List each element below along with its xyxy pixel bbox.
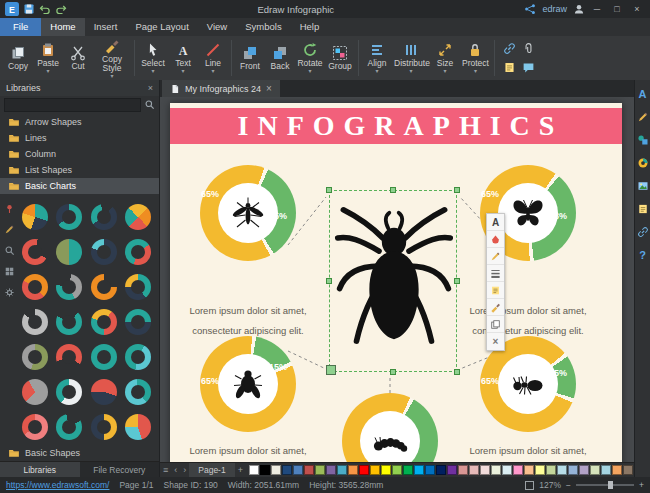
chart-shape-thumbnail[interactable] [22,379,48,405]
donut-chart-top-left[interactable]: 65%35% [200,165,296,261]
hyperlink-button[interactable] [501,40,519,58]
zoom-in-button[interactable]: + [639,480,644,490]
color-swatch[interactable] [403,465,413,475]
align-button[interactable]: Align▾ [362,42,392,74]
menu-tab-home[interactable]: Home [41,18,84,36]
page-tab-page-1[interactable]: Page-1 [189,463,234,478]
undo-button[interactable] [39,3,51,15]
website-link[interactable]: https://www.edrawsoft.com/ [6,480,109,490]
close-button[interactable]: × [629,4,645,14]
symbols-tool-button[interactable] [637,134,649,146]
color-swatch[interactable] [315,465,325,475]
infographic-banner[interactable]: INFOGRAPHICS [170,108,622,144]
fit-page-icon[interactable] [525,481,534,490]
back-button[interactable]: Back [265,45,295,71]
chart-shape-thumbnail[interactable] [56,344,82,370]
library-item-lines[interactable]: Lines [0,130,159,146]
prev-page-button[interactable]: ‹ [171,463,180,478]
color-swatch[interactable] [348,465,358,475]
library-item-list-shapes[interactable]: List Shapes [0,162,159,178]
note-button[interactable] [501,59,519,77]
brush-button[interactable] [487,299,504,316]
chart-shape-thumbnail[interactable] [125,239,151,265]
line-button[interactable]: Line▾ [198,42,228,74]
menu-tab-view[interactable]: View [198,18,236,36]
gear-tool-button[interactable] [4,287,15,298]
zoom-slider-handle[interactable] [608,481,613,489]
zoom-slider[interactable] [576,484,634,486]
maximize-button[interactable]: □ [609,4,625,14]
selection-handle-se[interactable] [454,369,460,375]
color-swatch[interactable] [260,465,270,475]
fill-color-button[interactable] [487,231,504,248]
color-swatch[interactable] [579,465,589,475]
copy-style-button[interactable]: Copy Style▾ [93,38,131,79]
chart-shape-thumbnail[interactable] [125,344,151,370]
spider-graphic[interactable] [334,195,454,369]
color-swatch[interactable] [370,465,380,475]
rotate-button[interactable]: Rotate▾ [295,42,325,74]
color-swatch[interactable] [436,465,446,475]
chart-shape-thumbnail[interactable] [22,344,48,370]
color-swatch[interactable] [337,465,347,475]
color-swatch[interactable] [304,465,314,475]
chart-shape-thumbnail[interactable] [91,204,117,230]
search-tool-button[interactable] [4,245,15,256]
chart-shape-thumbnail[interactable] [91,309,117,335]
line-style-button[interactable] [487,265,504,282]
chart-shape-thumbnail[interactable] [91,379,117,405]
color-swatch[interactable] [381,465,391,475]
selection-handle-ne[interactable] [454,187,460,193]
pencil-tool-button[interactable] [4,224,15,235]
group-button[interactable]: Group [325,45,355,71]
donut-chart-bottom-center[interactable] [342,393,438,462]
text-style-button[interactable]: A [487,214,504,231]
chart-shape-thumbnail[interactable] [125,274,151,300]
chart-shape-thumbnail[interactable] [91,414,117,440]
color-swatch[interactable] [491,465,501,475]
grid-tool-button[interactable] [4,266,15,277]
hyperlink-tool-button[interactable] [637,226,649,238]
chart-shape-thumbnail[interactable] [125,379,151,405]
chart-shape-thumbnail[interactable] [56,379,82,405]
color-swatch[interactable] [535,465,545,475]
copy-button[interactable]: Copy [3,45,33,71]
color-swatch[interactable] [469,465,479,475]
chart-tool-button[interactable] [637,157,649,169]
color-swatch[interactable] [271,465,281,475]
panel-tab-libraries[interactable]: Libraries [0,462,80,477]
library-search-input[interactable] [4,98,141,112]
document-page[interactable]: INFOGRAPHICS [170,103,622,462]
text-button[interactable]: AText▾ [168,42,198,74]
color-swatch[interactable] [513,465,523,475]
size-button[interactable]: Size▾ [430,42,460,74]
library-item-basic-shapes[interactable]: Basic Shapes [0,445,159,461]
menu-tab-file[interactable]: File [0,18,41,36]
panel-tab-file-recovery[interactable]: File Recovery [80,462,160,477]
library-item-arrow-shapes[interactable]: Arrow Shapes [0,114,159,130]
selection-handle-sw[interactable] [326,365,336,375]
library-item-column[interactable]: Column [0,146,159,162]
menu-tab-help[interactable]: Help [291,18,329,36]
menu-tab-symbols[interactable]: Symbols [236,18,290,36]
account-button[interactable] [573,3,585,15]
color-swatch[interactable] [590,465,600,475]
selection-handle-e[interactable] [454,278,460,284]
chart-shape-thumbnail[interactable] [91,239,117,265]
share-button[interactable] [524,3,536,15]
color-swatch[interactable] [612,465,622,475]
panel-close-icon[interactable]: × [148,83,153,93]
chart-shape-thumbnail[interactable] [91,274,117,300]
color-swatch[interactable] [447,465,457,475]
menu-tab-page-layout[interactable]: Page Layout [126,18,197,36]
add-page-button[interactable]: + [235,463,246,478]
edit-button[interactable] [487,248,504,265]
color-swatch[interactable] [392,465,402,475]
chart-shape-thumbnail[interactable] [22,239,48,265]
menu-tab-insert[interactable]: Insert [85,18,127,36]
color-swatch[interactable] [557,465,567,475]
chart-shape-thumbnail[interactable] [56,204,82,230]
tab-close-icon[interactable]: × [266,83,272,94]
color-swatch[interactable] [601,465,611,475]
color-swatch[interactable] [414,465,424,475]
